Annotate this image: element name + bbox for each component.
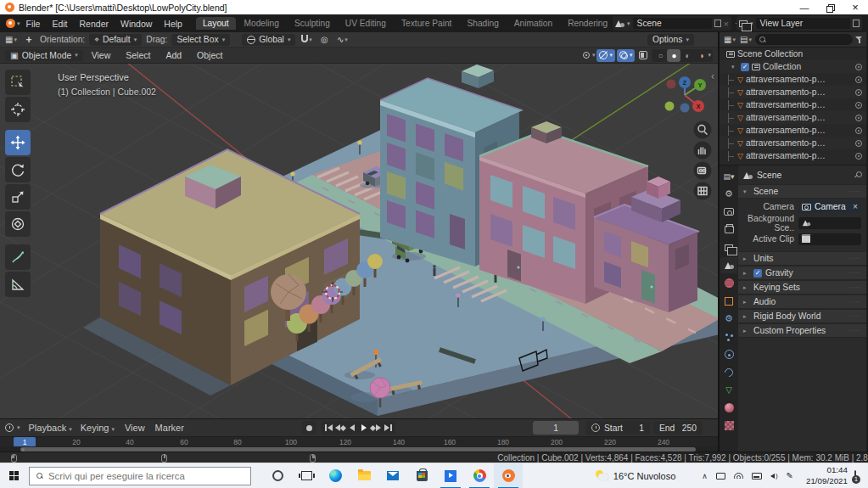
taskbar-clock[interactable]: 01:44 21/09/2021 (806, 465, 848, 485)
camera-field[interactable]: Camera× (798, 201, 861, 213)
outliner-search-input[interactable] (768, 35, 827, 44)
section-rigid-body-world[interactable]: ▸Rigid Body World···· (738, 309, 866, 323)
timeline-ruler[interactable]: 20 40 60 80 100 120 140 160 180 200 220 … (0, 436, 718, 446)
section-gravity[interactable]: ▸✓Gravity···· (738, 266, 866, 280)
file-explorer-icon[interactable] (350, 463, 378, 488)
timeline-view-menu[interactable]: View (125, 423, 145, 433)
tab-object-data[interactable]: ▽ (720, 382, 737, 398)
auto-key-button[interactable] (302, 421, 316, 435)
tab-tool[interactable]: ⚙ (720, 186, 737, 202)
keying-menu[interactable]: Keying ▾ (81, 423, 115, 433)
shading-solid-button[interactable]: ● (667, 49, 680, 62)
tab-constraints[interactable] (720, 364, 737, 380)
workspace-tab-sculpting[interactable]: Sculpting (288, 17, 337, 30)
workspace-tab-layout[interactable]: Layout (196, 17, 236, 30)
tool-measure[interactable] (5, 272, 31, 297)
menu-file[interactable]: File (20, 19, 47, 29)
tray-volume-icon[interactable]: ) (770, 472, 778, 480)
store-icon[interactable] (407, 463, 436, 488)
section-custom-properties[interactable]: ▸Custom Properties···· (738, 323, 866, 338)
tool-scale[interactable] (5, 184, 31, 210)
workspace-tab-texture-paint[interactable]: Texture Paint (395, 17, 458, 30)
tray-chevron-icon[interactable]: ∧ (702, 472, 708, 480)
menu-render[interactable]: Render (74, 19, 115, 29)
chrome-icon[interactable] (465, 463, 494, 488)
scene-selector[interactable]: ▾ Scene × (613, 16, 731, 31)
gravity-checkbox[interactable]: ✓ (753, 269, 762, 278)
start-frame-field[interactable]: Start1 (585, 421, 650, 435)
blender-menu-icon[interactable] (6, 19, 15, 28)
shading-wireframe-button[interactable]: ○ (653, 49, 667, 62)
section-audio[interactable]: ▸Audio···· (738, 294, 866, 309)
viewport-menu-object[interactable]: Object (190, 50, 229, 60)
overlays-toggle[interactable]: ▾ (617, 49, 636, 62)
restore-button[interactable] (817, 0, 843, 14)
tab-view-layer[interactable] (720, 239, 737, 255)
axis-neg-z[interactable] (680, 104, 690, 113)
tool-select-box[interactable] (5, 70, 31, 95)
new-view-layer-icon[interactable] (853, 20, 860, 27)
axis-neg-y[interactable] (665, 102, 675, 111)
weather-text[interactable]: 16°C Nuvoloso (613, 471, 676, 481)
menu-edit[interactable]: Edit (46, 19, 73, 29)
axis-neg-x[interactable] (667, 80, 676, 89)
outliner-row-object[interactable]: ▽attraversamento-pedona (720, 124, 866, 137)
options-dropdown[interactable]: Options▾ (647, 34, 694, 46)
viewport-menu-add[interactable]: Add (159, 50, 188, 60)
outliner-row-scene-collection[interactable]: Scene Collection (720, 48, 866, 60)
playback-menu[interactable]: Playback ▾ (29, 423, 72, 433)
proportional-edit-toggle[interactable]: ◎ (317, 34, 331, 46)
hide-eye-icon[interactable] (854, 88, 863, 97)
tab-render[interactable] (720, 204, 737, 220)
play-button[interactable] (358, 421, 370, 435)
clear-camera-icon[interactable]: × (853, 202, 858, 211)
timeline-marker-menu[interactable]: Marker (155, 423, 184, 433)
outliner-editor-button[interactable]: ▦▾ (723, 34, 736, 46)
collection-checkbox[interactable]: ✓ (741, 63, 749, 71)
mode-dropdown[interactable]: ▣ Object Mode▾ (5, 49, 83, 61)
viewport-canvas[interactable]: Z Y X (0, 64, 718, 418)
outliner-row-object[interactable]: ▽attraversamento-pedona (720, 86, 866, 98)
minimize-button[interactable]: — (792, 0, 817, 14)
jump-to-end-button[interactable] (382, 421, 394, 435)
prev-keyframe-button[interactable] (334, 421, 346, 435)
shading-rendered-button[interactable]: ◑ (694, 49, 708, 62)
close-button[interactable]: × (843, 0, 868, 14)
outliner-row-object[interactable]: ▽attraversamento-pedona (720, 137, 866, 149)
section-units[interactable]: ▸Units···· (738, 251, 866, 266)
tool-cursor[interactable] (5, 97, 31, 122)
section-scene[interactable]: ▾Scene···· (738, 184, 866, 199)
scene-name-field[interactable]: Scene (633, 18, 712, 29)
sidebar-collapse-arrow[interactable]: ‹ (711, 70, 714, 82)
zoom-button[interactable] (694, 121, 712, 139)
tray-wifi-icon[interactable] (734, 473, 743, 479)
movies-tv-icon[interactable] (436, 463, 465, 488)
background-scene-field[interactable] (798, 217, 861, 229)
hide-eye-icon[interactable] (854, 63, 863, 71)
workspace-tab-shading[interactable]: Shading (460, 17, 505, 30)
jump-to-start-button[interactable] (322, 421, 334, 435)
tab-scene[interactable] (720, 257, 737, 273)
new-scene-icon[interactable] (714, 20, 721, 27)
menu-help[interactable]: Help (158, 19, 188, 29)
outliner-row-object[interactable]: ▽attraversamento-pedona (720, 111, 866, 124)
section-keying-sets[interactable]: ▸Keying Sets···· (738, 280, 866, 294)
filter-icon[interactable] (855, 36, 863, 43)
edge-icon[interactable] (321, 463, 350, 488)
object-visibility-dropdown[interactable]: ▾ (581, 49, 596, 61)
tool-transform[interactable] (5, 211, 31, 237)
tab-texture[interactable] (720, 418, 737, 434)
task-view-button[interactable] (292, 463, 321, 488)
workspace-tab-rendering[interactable]: Rendering (561, 17, 614, 30)
timeline-editor-chevron[interactable]: ▾ (17, 424, 20, 431)
unlink-scene-icon[interactable]: × (724, 19, 729, 29)
tray-keyboard-icon[interactable] (752, 473, 762, 480)
tray-monitor-icon[interactable] (716, 473, 725, 480)
drag-dropdown[interactable]: Select Box▾ (171, 34, 230, 46)
hide-eye-icon[interactable] (854, 139, 863, 148)
tab-object[interactable] (720, 293, 737, 309)
workspace-tab-animation[interactable]: Animation (507, 17, 559, 30)
tool-annotate[interactable] (5, 244, 31, 270)
view-layer-selector[interactable]: ▾ View Layer (736, 16, 862, 31)
mail-icon[interactable] (378, 463, 407, 488)
